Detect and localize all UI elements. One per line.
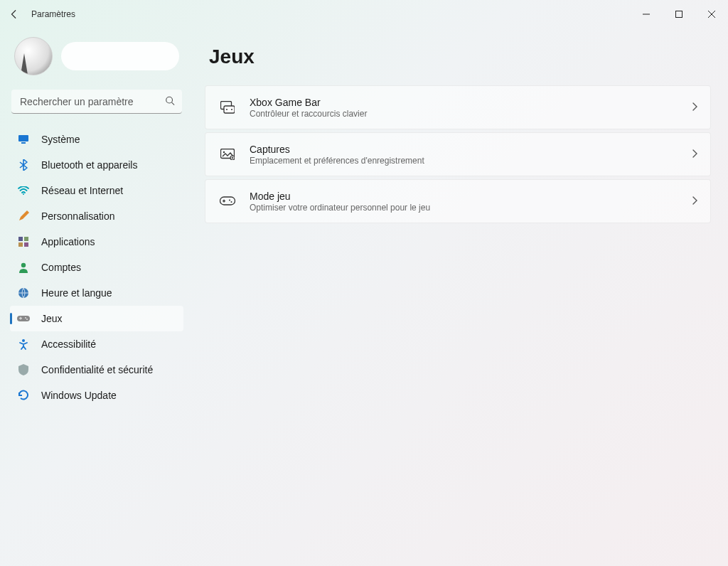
accessibility-icon	[17, 338, 30, 351]
svg-rect-9	[18, 242, 23, 247]
sidebar-item-label: Jeux	[41, 313, 63, 324]
titlebar: Paramètres	[0, 0, 728, 28]
sidebar-item-apps[interactable]: Applications	[10, 229, 183, 255]
card-subtitle: Emplacement et préférences d'enregistrem…	[250, 156, 692, 166]
sidebar-item-label: Personnalisation	[41, 210, 115, 222]
svg-point-18	[22, 339, 25, 342]
svg-point-22	[231, 109, 232, 110]
sidebar-item-accounts[interactable]: Comptes	[10, 255, 183, 280]
card-subtitle: Optimiser votre ordinateur personnel pou…	[250, 203, 692, 213]
svg-point-14	[25, 317, 26, 319]
svg-rect-20	[224, 106, 235, 113]
chevron-right-icon	[692, 148, 697, 161]
nav-list: Système Bluetooth et appareils Réseau et…	[10, 127, 183, 408]
svg-point-30	[231, 201, 232, 203]
sidebar-item-label: Heure et langue	[41, 287, 112, 299]
bluetooth-icon	[17, 159, 30, 171]
brush-icon	[17, 210, 30, 223]
svg-point-2	[166, 97, 173, 103]
svg-rect-17	[20, 317, 21, 320]
sidebar-item-label: Confidentialité et sécurité	[41, 364, 153, 375]
sidebar-item-accessibility[interactable]: Accessibilité	[10, 331, 183, 357]
monitor-icon	[17, 133, 30, 146]
sidebar-item-network[interactable]: Réseau et Internet	[10, 178, 183, 203]
sidebar-item-privacy-security[interactable]: Confidentialité et sécurité	[10, 357, 183, 383]
svg-point-21	[226, 109, 228, 110]
svg-rect-28	[223, 200, 224, 203]
sidebar-item-time-language[interactable]: Heure et langue	[10, 280, 183, 306]
sidebar-item-label: Comptes	[41, 262, 81, 273]
sidebar-item-label: Bluetooth et appareils	[41, 159, 137, 171]
svg-rect-8	[24, 237, 28, 241]
window-title: Paramètres	[31, 9, 75, 19]
svg-rect-13	[17, 316, 30, 321]
sidebar-item-bluetooth[interactable]: Bluetooth et appareils	[10, 152, 183, 178]
svg-rect-7	[18, 237, 23, 241]
sidebar-item-gaming[interactable]: Jeux	[10, 306, 183, 331]
search-icon	[165, 96, 175, 108]
minimize-button[interactable]	[630, 0, 663, 28]
sidebar: Système Bluetooth et appareils Réseau et…	[0, 28, 192, 566]
card-subtitle: Contrôleur et raccourcis clavier	[250, 109, 692, 119]
card-xbox-game-bar[interactable]: Xbox Game Bar Contrôleur et raccourcis c…	[205, 85, 711, 129]
gamepad-icon	[217, 196, 238, 206]
card-game-mode[interactable]: Mode jeu Optimiser votre ordinateur pers…	[205, 179, 711, 223]
captures-icon	[217, 149, 238, 160]
search-input[interactable]	[11, 90, 182, 114]
svg-rect-10	[24, 242, 28, 247]
card-title: Captures	[250, 144, 692, 155]
chevron-right-icon	[692, 101, 697, 114]
card-captures[interactable]: Captures Emplacement et préférences d'en…	[205, 132, 711, 176]
svg-rect-4	[18, 135, 28, 142]
gamepad-icon	[17, 312, 30, 325]
sidebar-item-label: Windows Update	[41, 390, 117, 401]
page-title: Jeux	[209, 46, 711, 68]
shield-icon	[17, 363, 30, 376]
sidebar-item-label: Réseau et Internet	[41, 185, 123, 196]
sidebar-item-windows-update[interactable]: Windows Update	[10, 383, 183, 408]
profile-name-redacted	[61, 42, 179, 70]
apps-icon	[17, 235, 30, 248]
sidebar-item-label: Système	[41, 134, 80, 145]
card-title: Mode jeu	[250, 191, 692, 202]
chevron-right-icon	[692, 195, 697, 208]
back-button[interactable]	[0, 0, 28, 28]
svg-rect-1	[676, 11, 682, 18]
globe-icon	[17, 287, 30, 299]
search-box[interactable]	[11, 90, 182, 114]
sidebar-item-system[interactable]: Système	[10, 127, 183, 152]
update-icon	[17, 389, 30, 402]
window-controls	[630, 0, 728, 28]
wifi-icon	[17, 184, 30, 197]
sidebar-item-label: Accessibilité	[41, 338, 96, 350]
svg-point-6	[23, 193, 24, 195]
svg-rect-26	[220, 197, 235, 205]
svg-point-24	[223, 151, 225, 153]
xbox-bar-icon	[217, 101, 238, 114]
svg-rect-5	[21, 142, 26, 144]
avatar	[14, 37, 53, 75]
profile-section[interactable]	[10, 34, 183, 85]
svg-point-11	[21, 263, 26, 267]
main-content: Jeux Xbox Game Bar Contrôleur et raccour…	[192, 28, 728, 566]
close-button[interactable]	[695, 0, 728, 28]
svg-line-3	[172, 102, 175, 105]
maximize-button[interactable]	[663, 0, 695, 28]
svg-point-15	[26, 319, 28, 320]
sidebar-item-label: Applications	[41, 236, 95, 247]
person-icon	[17, 261, 30, 274]
svg-point-29	[229, 200, 230, 201]
card-title: Xbox Game Bar	[250, 97, 692, 108]
sidebar-item-personalization[interactable]: Personnalisation	[10, 203, 183, 229]
